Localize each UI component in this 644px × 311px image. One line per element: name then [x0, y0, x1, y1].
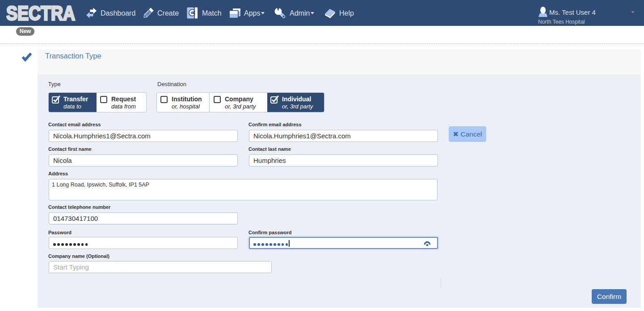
svg-text:SECTRA: SECTRA	[6, 5, 75, 21]
